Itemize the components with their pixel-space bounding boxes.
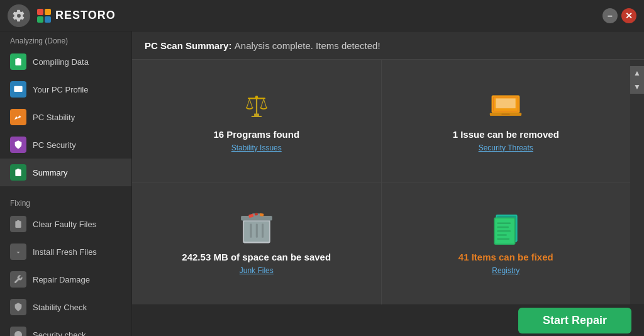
sidebar-item-repair-damage[interactable]: Repair Damage [0, 266, 131, 293]
laptop-icon [488, 90, 523, 125]
svg-rect-4 [14, 86, 22, 92]
repair-damage-icon [10, 271, 26, 288]
summary-label: Summary [33, 168, 68, 177]
sidebar: Analyzing (Done) Compiling Data Your PC … [0, 31, 132, 336]
security-check-label: Security check [33, 330, 86, 337]
svg-rect-37 [497, 230, 511, 232]
install-fresh-icon [10, 244, 26, 260]
svg-line-10 [260, 99, 263, 107]
svg-rect-3 [45, 16, 51, 23]
sidebar-item-security-check[interactable]: Security check [0, 321, 131, 336]
svg-rect-36 [497, 226, 509, 227]
sidebar-item-pc-profile[interactable]: Your PC Profile [0, 76, 131, 103]
svg-rect-1 [45, 9, 51, 15]
sidebar-item-clear-faulty[interactable]: Clear Faulty Files [0, 210, 131, 238]
sidebar-item-summary[interactable]: Summary [0, 159, 131, 186]
svg-rect-35 [497, 222, 511, 223]
pc-profile-label: Your PC Profile [33, 85, 88, 94]
trash-icon [240, 213, 273, 248]
content-area: PC Scan Summary: Analysis complete. Item… [132, 31, 644, 336]
analyzing-section-label: Analyzing (Done) [0, 31, 131, 48]
card-registry-subtitle[interactable]: Registry [492, 266, 519, 275]
registry-icon [489, 213, 522, 248]
card-programs-title: 16 Programs found [213, 129, 299, 140]
start-repair-button[interactable]: Start Repair [518, 308, 631, 333]
card-issue-title: 1 Issue can be removed [453, 129, 559, 140]
svg-rect-39 [497, 238, 510, 239]
svg-rect-38 [497, 234, 508, 235]
svg-rect-25 [262, 223, 264, 237]
svg-rect-20 [502, 113, 510, 115]
svg-rect-18 [496, 98, 516, 108]
svg-rect-14 [254, 113, 259, 116]
minimize-button[interactable]: – [602, 8, 618, 23]
security-check-icon [10, 327, 26, 336]
svg-point-12 [255, 95, 258, 98]
scroll-up-button[interactable]: ▲ [630, 66, 644, 80]
fixing-section-label: Fixing [0, 194, 131, 210]
sidebar-item-pc-stability[interactable]: PC Stability [0, 103, 131, 131]
pc-stability-label: PC Stability [33, 113, 75, 122]
main-layout: Analyzing (Done) Compiling Data Your PC … [0, 31, 644, 336]
compiling-data-icon [10, 53, 26, 70]
sidebar-item-compiling-data[interactable]: Compiling Data [0, 48, 131, 76]
window-controls: – ✕ [602, 8, 636, 23]
svg-rect-6 [256, 97, 257, 116]
repair-damage-label: Repair Damage [33, 275, 90, 284]
pc-security-icon [10, 137, 26, 153]
card-space-saved: 242.53 MB of space can be saved Junk Fil… [132, 182, 381, 305]
scroll-down-button[interactable]: ▼ [630, 80, 644, 94]
svg-rect-24 [256, 223, 258, 237]
svg-rect-2 [37, 16, 43, 23]
clear-faulty-label: Clear Faulty Files [33, 220, 96, 229]
header-normal: Analysis complete. Items detected! [235, 40, 380, 51]
logo-area: RESTORO [36, 8, 116, 23]
card-programs-found: 16 Programs found Stability Issues [132, 60, 381, 182]
svg-line-8 [247, 99, 249, 107]
card-items-fixed: 41 Items can be fixed Registry [382, 182, 631, 305]
app-logo-text: RESTORO [55, 9, 116, 22]
svg-rect-0 [37, 9, 43, 15]
scan-summary-header: PC Scan Summary: Analysis complete. Item… [132, 31, 644, 60]
settings-button[interactable] [8, 4, 30, 27]
card-programs-subtitle[interactable]: Stability Issues [231, 143, 282, 152]
pc-security-label: PC Security [33, 140, 76, 150]
compiling-data-label: Compiling Data [33, 57, 89, 67]
card-issue-subtitle[interactable]: Security Threats [479, 143, 533, 152]
gear-icon [13, 9, 25, 22]
sidebar-item-stability-check[interactable]: Stability Check [0, 293, 131, 321]
svg-line-11 [264, 99, 266, 107]
stability-check-icon [10, 299, 26, 315]
stability-check-label: Stability Check [33, 303, 87, 312]
pc-profile-icon [10, 81, 26, 98]
bottom-bar: Start Repair [132, 305, 644, 336]
title-bar: RESTORO – ✕ [0, 0, 644, 31]
title-bar-left: RESTORO [8, 4, 602, 27]
sidebar-item-install-fresh[interactable]: Install Fresh Files [0, 238, 131, 266]
svg-line-9 [250, 99, 252, 107]
svg-rect-23 [250, 223, 252, 237]
restoro-logo-icon [36, 8, 52, 23]
cards-grid: 16 Programs found Stability Issues [132, 60, 630, 305]
card-registry-title: 41 Items can be fixed [458, 252, 553, 262]
scale-icon [239, 90, 274, 125]
clear-faulty-icon [10, 216, 26, 232]
sidebar-item-pc-security[interactable]: PC Security [0, 131, 131, 159]
card-issue-removed: 1 Issue can be removed Security Threats [382, 60, 631, 182]
svg-rect-30 [254, 213, 257, 215]
close-button[interactable]: ✕ [621, 8, 636, 23]
summary-icon [10, 164, 26, 181]
pc-stability-icon [10, 109, 26, 125]
header-bold: PC Scan Summary: [145, 40, 231, 51]
install-fresh-label: Install Fresh Files [33, 247, 97, 257]
card-space-title: 242.53 MB of space can be saved [182, 252, 331, 262]
scroll-controls: ▲ ▼ [630, 66, 644, 94]
card-space-subtitle[interactable]: Junk Files [240, 266, 274, 275]
